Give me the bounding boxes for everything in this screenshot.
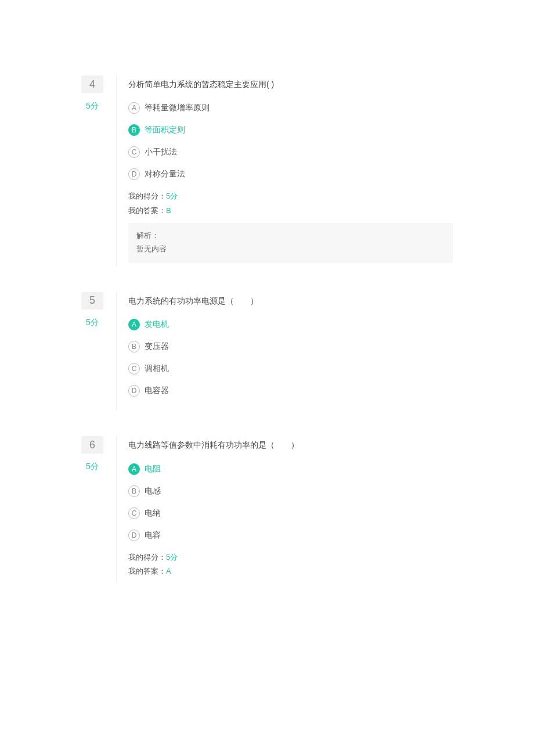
my-answer-line: 我的答案：B [128,205,453,217]
option-text: 小干扰法 [145,147,177,157]
my-answer-label: 我的答案： [128,567,166,575]
option-letter: D [128,385,140,397]
question-text: 电力系统的有功功率电源是（ ） [128,292,453,307]
question-points: 5分 [81,318,103,328]
option[interactable]: C小干扰法 [128,146,453,158]
option-letter: A [128,102,140,114]
option[interactable]: A电阻 [128,463,453,475]
option-letter: B [128,341,140,352]
my-answer-label: 我的答案： [128,206,166,215]
option[interactable]: D对称分量法 [128,168,453,180]
option-letter: A [128,319,140,330]
option-letter: C [128,507,140,519]
option[interactable]: C调相机 [128,363,453,375]
question-right-col: 电力线路等值参数中消耗有功功率的是（ ）A电阻B电感C电纳D电容我的得分：5分我… [116,436,453,581]
my-answer-value: B [166,206,171,215]
question-text: 电力线路等值参数中消耗有功功率的是（ ） [128,436,453,451]
my-score-value: 5分 [166,192,178,200]
option[interactable]: A发电机 [128,319,453,330]
my-score-value: 5分 [166,553,178,561]
option-letter: D [128,168,140,180]
question-block: 55分电力系统的有功功率电源是（ ）A发电机B变压器C调相机D电容器 [81,292,453,411]
option[interactable]: B电感 [128,485,453,497]
question-left-col: 45分 [81,75,110,267]
option[interactable]: C电纳 [128,507,453,519]
question-points: 5分 [81,462,103,472]
option-text: 变压器 [145,341,169,352]
question-number: 6 [81,436,103,453]
option-text: 对称分量法 [145,169,185,179]
option[interactable]: A等耗量微增率原则 [128,102,453,114]
question-block: 65分电力线路等值参数中消耗有功功率的是（ ）A电阻B电感C电纳D电容我的得分：… [81,436,453,581]
my-score-label: 我的得分： [128,553,166,561]
analysis-text: 暂无内容 [136,242,445,255]
option-text: 电阻 [145,464,161,474]
my-answer-value: A [166,567,171,575]
question-right-col: 分析简单电力系统的暂态稳定主要应用( )A等耗量微增率原则B等面积定则C小干扰法… [116,75,453,267]
quiz-container: 45分分析简单电力系统的暂态稳定主要应用( )A等耗量微增率原则B等面积定则C小… [0,0,534,581]
option-text: 等面积定则 [145,125,185,135]
option-text: 调相机 [145,363,169,374]
option-letter: B [128,485,140,497]
question-points: 5分 [81,101,103,111]
question-right-col: 电力系统的有功功率电源是（ ）A发电机B变压器C调相机D电容器 [116,292,453,411]
analysis-box: 解析：暂无内容 [128,223,453,263]
option-text: 电纳 [145,508,161,519]
question-left-col: 65分 [81,436,110,581]
option-letter: C [128,363,140,375]
option-text: 等耗量微增率原则 [145,103,210,113]
option-letter: C [128,146,140,158]
question-text: 分析简单电力系统的暂态稳定主要应用( ) [128,75,453,91]
analysis-label: 解析： [136,229,445,242]
option-letter: A [128,463,140,475]
my-score-line: 我的得分：5分 [128,552,453,564]
question-left-col: 55分 [81,292,110,411]
option[interactable]: D电容器 [128,385,453,397]
option-text: 发电机 [145,319,169,330]
option[interactable]: B变压器 [128,341,453,352]
option-text: 电容器 [145,386,169,396]
my-answer-line: 我的答案：A [128,566,453,578]
question-block: 45分分析简单电力系统的暂态稳定主要应用( )A等耗量微增率原则B等面积定则C小… [81,75,453,267]
my-score-label: 我的得分： [128,192,166,200]
question-number: 5 [81,292,103,309]
my-score-line: 我的得分：5分 [128,190,453,203]
option-text: 电感 [145,486,161,496]
question-number: 4 [81,75,103,93]
option-text: 电容 [145,530,161,541]
option-letter: D [128,530,140,541]
option[interactable]: D电容 [128,530,453,541]
option-letter: B [128,124,140,136]
option[interactable]: B等面积定则 [128,124,453,136]
